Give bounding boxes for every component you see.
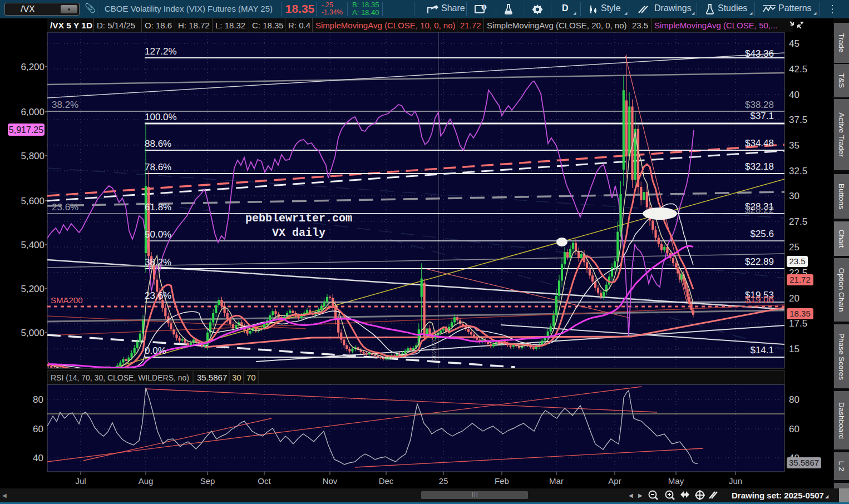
svg-text:$43.36: $43.36 <box>745 48 774 59</box>
svg-text:40: 40 <box>33 453 43 463</box>
svg-text:18.35: 18.35 <box>789 309 811 318</box>
svg-text:23.5: 23.5 <box>789 256 805 266</box>
svg-text:17.5: 17.5 <box>789 318 807 329</box>
svg-text:0.0%: 0.0% <box>145 345 166 356</box>
svg-text:35.5867: 35.5867 <box>789 458 819 467</box>
svg-text:25: 25 <box>789 242 799 253</box>
svg-text:$28.22: $28.22 <box>745 205 774 215</box>
svg-text:80: 80 <box>789 394 799 405</box>
svg-text:$37.1: $37.1 <box>750 111 774 121</box>
svg-text:6,200: 6,200 <box>21 62 45 72</box>
svg-text:$25.6: $25.6 <box>750 229 774 239</box>
svg-text:60: 60 <box>789 424 799 434</box>
svg-text:$32.18: $32.18 <box>745 161 774 172</box>
svg-text:$22.89: $22.89 <box>745 256 774 267</box>
svg-text:88.6%: 88.6% <box>145 139 171 149</box>
svg-text:$38.28: $38.28 <box>745 100 774 110</box>
svg-text:Dec: Dec <box>379 476 394 486</box>
svg-text:42.5: 42.5 <box>789 64 807 75</box>
svg-text:25: 25 <box>439 476 448 486</box>
svg-text:SMA200: SMA200 <box>51 295 83 305</box>
svg-text:May: May <box>668 476 684 486</box>
svg-text:61.8%: 61.8% <box>145 202 171 213</box>
svg-text:35.5867: 35.5867 <box>197 373 227 382</box>
svg-text:32.5: 32.5 <box>789 166 807 176</box>
svg-text:60: 60 <box>33 424 43 434</box>
svg-text:15: 15 <box>789 344 799 354</box>
svg-text:37.5: 37.5 <box>789 115 807 125</box>
svg-text:5,200: 5,200 <box>21 284 45 294</box>
svg-text:78.6%: 78.6% <box>145 162 171 172</box>
svg-text:20: 20 <box>789 293 799 304</box>
svg-text:$34.48: $34.48 <box>745 138 774 149</box>
svg-text:80: 80 <box>33 394 43 405</box>
svg-text:Mar: Mar <box>549 476 564 486</box>
svg-text:i: i <box>483 4 485 10</box>
svg-text:5,800: 5,800 <box>21 151 45 161</box>
svg-text:38.2%: 38.2% <box>145 257 171 268</box>
svg-text:6,000: 6,000 <box>21 107 45 117</box>
svg-text:$19.06: $19.06 <box>745 294 774 305</box>
svg-text:127.2%: 127.2% <box>145 46 177 57</box>
svg-text:30: 30 <box>789 191 799 201</box>
svg-text:VX daily: VX daily <box>272 226 325 239</box>
svg-text:23.6%: 23.6% <box>52 202 78 213</box>
svg-text:23.6%: 23.6% <box>145 290 171 301</box>
svg-text:50.0%: 50.0% <box>145 229 171 240</box>
svg-text:35: 35 <box>789 140 799 151</box>
svg-text:$14.1: $14.1 <box>750 345 774 355</box>
svg-text:5,917.25: 5,917.25 <box>9 125 43 135</box>
svg-text:30: 30 <box>232 373 241 382</box>
svg-text:45: 45 <box>789 38 799 49</box>
svg-text:40: 40 <box>789 90 799 100</box>
svg-text:Feb: Feb <box>495 476 509 486</box>
svg-text:Jun: Jun <box>729 476 742 486</box>
svg-text:Apr: Apr <box>608 476 621 486</box>
svg-text:5,000: 5,000 <box>21 328 45 338</box>
svg-text:21.72: 21.72 <box>789 275 811 284</box>
svg-text:Jul: Jul <box>75 476 86 486</box>
svg-text:5,400: 5,400 <box>21 240 45 250</box>
svg-text:100.0%: 100.0% <box>145 112 177 122</box>
svg-text:Sep: Sep <box>200 476 215 486</box>
svg-text:27.5: 27.5 <box>789 216 807 227</box>
svg-text:70: 70 <box>246 373 256 382</box>
svg-text:RSI (14, 70, 30, CLOSE, WILDER: RSI (14, 70, 30, CLOSE, WILDERS, no) <box>51 373 189 382</box>
svg-text:pebblewriter.com: pebblewriter.com <box>245 212 352 225</box>
svg-text:Oct: Oct <box>258 476 271 486</box>
svg-text:Nov: Nov <box>323 476 338 486</box>
svg-text:38.2%: 38.2% <box>52 100 78 110</box>
svg-text:Aug: Aug <box>139 476 154 486</box>
svg-text:5,600: 5,600 <box>21 196 45 206</box>
